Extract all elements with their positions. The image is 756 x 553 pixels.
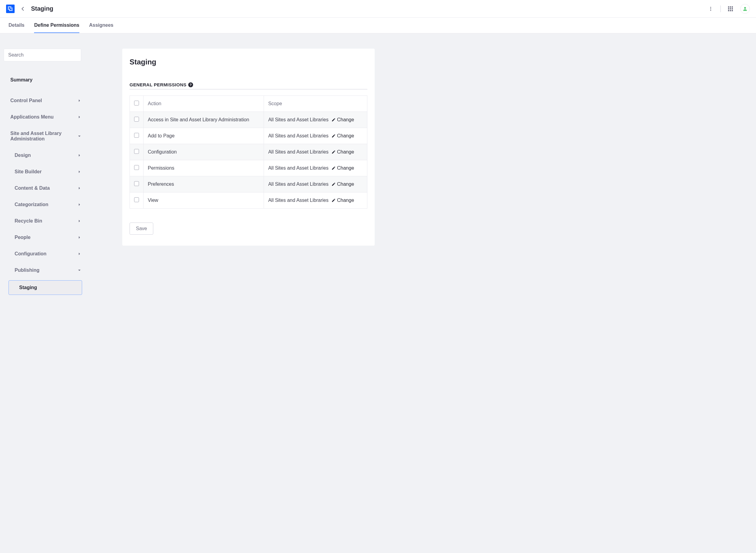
change-scope-link[interactable]: Change xyxy=(331,149,354,155)
pencil-icon xyxy=(331,166,336,170)
permissions-table: Action Scope Access in Site and Asset Li… xyxy=(130,95,367,209)
sidebar-item-label: Content & Data xyxy=(15,185,50,191)
section-title: GENERAL PERMISSIONS ? xyxy=(130,82,367,87)
change-scope-link[interactable]: Change xyxy=(331,133,354,139)
tabs-bar: Details Define Permissions Assignees xyxy=(0,18,756,33)
sidebar-summary[interactable]: Summary xyxy=(4,72,86,88)
checkbox-icon xyxy=(134,101,139,105)
scope-text: All Sites and Asset Libraries xyxy=(268,133,328,139)
app-header: Staging xyxy=(0,0,756,18)
sidebar-item-categorization[interactable]: Categorization xyxy=(4,196,86,213)
panel-title: Staging xyxy=(130,58,367,66)
row-checkbox-cell[interactable] xyxy=(130,112,144,128)
scope-text: All Sites and Asset Libraries xyxy=(268,198,328,203)
sidebar-item-publishing[interactable]: Publishing xyxy=(4,262,86,279)
checkbox-icon xyxy=(134,117,139,122)
user-avatar[interactable] xyxy=(740,4,750,14)
apps-menu-button[interactable] xyxy=(726,5,735,13)
row-checkbox-cell[interactable] xyxy=(130,176,144,192)
svg-rect-10 xyxy=(10,10,11,11)
select-all-header[interactable] xyxy=(130,96,144,112)
svg-rect-17 xyxy=(732,6,733,8)
header-left: Staging xyxy=(6,5,53,13)
caret-right-icon xyxy=(78,185,81,191)
row-action: Add to Page xyxy=(144,128,264,144)
sidebar-item-label: Applications Menu xyxy=(10,114,54,120)
save-button[interactable]: Save xyxy=(130,223,153,235)
row-action: Access in Site and Asset Library Adminis… xyxy=(144,112,264,128)
svg-rect-0 xyxy=(8,6,9,7)
sidebar-summary-label: Summary xyxy=(10,77,32,83)
svg-rect-22 xyxy=(730,10,731,11)
svg-rect-16 xyxy=(730,6,731,8)
sidebar-item-recycle-bin[interactable]: Recycle Bin xyxy=(4,213,86,229)
back-button[interactable] xyxy=(20,6,25,12)
pencil-icon xyxy=(331,150,336,154)
change-label: Change xyxy=(337,198,354,203)
caret-right-icon xyxy=(78,251,81,257)
sidebar-item-label: Publishing xyxy=(15,267,40,273)
row-checkbox-cell[interactable] xyxy=(130,192,144,209)
search-input[interactable] xyxy=(4,49,81,61)
sidebar-item-site-builder[interactable]: Site Builder xyxy=(4,164,86,180)
tab-details[interactable]: Details xyxy=(8,18,24,33)
sidebar-item-label: Design xyxy=(15,153,31,158)
sidebar-item-label: Configuration xyxy=(15,251,47,257)
table-row: PermissionsAll Sites and Asset Libraries… xyxy=(130,160,367,176)
main-area: Summary Control Panel Applications Menu … xyxy=(0,33,756,309)
sidebar-item-label: Site and Asset Library Administration xyxy=(10,131,65,142)
svg-point-13 xyxy=(710,8,711,9)
svg-rect-4 xyxy=(10,8,11,8)
column-action: Action xyxy=(144,96,264,112)
sidebar-item-label: Control Panel xyxy=(10,98,42,103)
header-right xyxy=(706,4,750,14)
caret-right-icon xyxy=(78,218,81,224)
row-checkbox-cell[interactable] xyxy=(130,128,144,144)
section-title-text: GENERAL PERMISSIONS xyxy=(130,82,186,87)
change-scope-link[interactable]: Change xyxy=(331,165,354,171)
table-row: PreferencesAll Sites and Asset Libraries… xyxy=(130,176,367,192)
svg-rect-23 xyxy=(732,10,733,11)
help-icon[interactable]: ? xyxy=(188,82,193,87)
change-scope-link[interactable]: Change xyxy=(331,117,354,123)
vertical-dots-icon xyxy=(708,6,713,11)
row-action: Permissions xyxy=(144,160,264,176)
more-actions-button[interactable] xyxy=(706,5,715,13)
svg-rect-3 xyxy=(8,8,9,8)
caret-down-icon xyxy=(78,267,81,273)
change-label: Change xyxy=(337,133,354,139)
page-title: Staging xyxy=(31,5,53,12)
change-label: Change xyxy=(337,149,354,155)
tab-assignees[interactable]: Assignees xyxy=(89,18,114,33)
svg-rect-6 xyxy=(8,9,9,10)
sidebar-item-control-panel[interactable]: Control Panel xyxy=(4,92,86,109)
app-logo[interactable] xyxy=(6,5,15,13)
scope-text: All Sites and Asset Libraries xyxy=(268,181,328,187)
permissions-panel: Staging GENERAL PERMISSIONS ? Action Sco… xyxy=(122,49,375,246)
change-label: Change xyxy=(337,165,354,171)
sidebar-item-people[interactable]: People xyxy=(4,229,86,246)
sidebar-item-design[interactable]: Design xyxy=(4,147,86,164)
checkbox-icon xyxy=(134,149,139,154)
change-scope-link[interactable]: Change xyxy=(331,181,354,187)
sidebar-item-configuration[interactable]: Configuration xyxy=(4,246,86,262)
svg-rect-21 xyxy=(728,10,729,11)
sidebar-item-applications-menu[interactable]: Applications Menu xyxy=(4,109,86,125)
svg-point-24 xyxy=(744,7,746,9)
caret-right-icon xyxy=(78,235,81,240)
grid-logo-icon xyxy=(8,6,13,12)
svg-point-12 xyxy=(710,7,711,8)
tab-define-permissions[interactable]: Define Permissions xyxy=(34,18,79,33)
sidebar-list: Summary Control Panel Applications Menu … xyxy=(4,72,86,295)
row-checkbox-cell[interactable] xyxy=(130,160,144,176)
sidebar-item-staging[interactable]: Staging xyxy=(8,280,82,295)
row-checkbox-cell[interactable] xyxy=(130,144,144,160)
pencil-icon xyxy=(331,134,336,138)
change-scope-link[interactable]: Change xyxy=(331,198,354,203)
sidebar-item-content-data[interactable]: Content & Data xyxy=(4,180,86,196)
sidebar-item-site-asset-admin[interactable]: Site and Asset Library Administration xyxy=(4,125,86,147)
svg-rect-9 xyxy=(9,10,10,11)
section-divider xyxy=(130,89,367,89)
row-scope: All Sites and Asset LibrariesChange xyxy=(263,128,367,144)
user-icon xyxy=(742,6,748,12)
